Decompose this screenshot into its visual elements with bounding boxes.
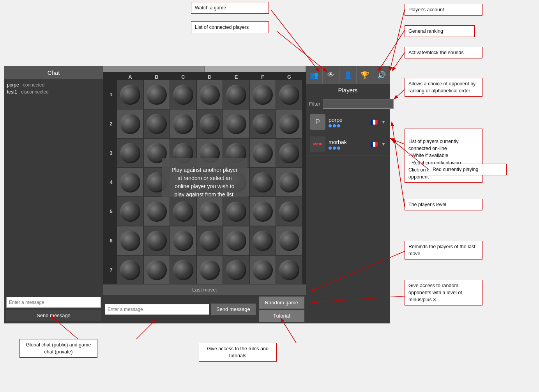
cell-5b[interactable] [143,197,170,226]
cell-3a[interactable] [117,138,143,168]
cell-7g[interactable] [276,255,302,284]
cell-6c[interactable] [170,226,196,255]
cell-1b[interactable] [143,80,170,109]
cell-1g[interactable] [276,80,302,109]
filter-bar: Filter [306,97,390,111]
cell-4d[interactable] [196,168,223,197]
cell-2e[interactable] [223,109,249,138]
cell-2f[interactable] [249,109,276,138]
col-e: E [223,74,249,80]
cell-7c[interactable] [170,255,196,284]
col-g: G [276,74,302,80]
player-list: P porpe 🇫🇷 ▼ [306,111,390,323]
cell-5f[interactable] [249,197,276,226]
player-dot [329,124,332,127]
cell-3e[interactable] [223,138,249,168]
player-flag-porpe: 🇫🇷 [370,118,378,126]
sound-icon-btn[interactable]: 🔊 [373,66,390,84]
cell-2a[interactable] [117,109,143,138]
cell-6d[interactable] [196,226,223,255]
annotation-global-chat: Global chat (public) and game chat (priv… [19,339,97,358]
sound-icon: 🔊 [377,71,386,79]
cell-5e[interactable] [223,197,249,226]
col-headers: A B C D E F G [117,74,304,80]
board-grid: A B C D E F G 1 [103,72,306,284]
player-item-morbak[interactable]: MrBk morbak 🇫🇷 ▼ [306,133,390,155]
cell-6g[interactable] [276,226,302,255]
player-dot [329,147,332,150]
board-tab-1[interactable] [103,66,205,72]
cell-7b[interactable] [143,255,170,284]
random-game-button[interactable]: Random game [259,297,304,309]
board-bottom-row: Send message Random game Tutorial [103,295,306,323]
eye-icon-btn[interactable]: 👁 [323,66,339,84]
cell-3g[interactable] [276,138,302,168]
cell-7a[interactable] [117,255,143,284]
chat-messages: porpe : connected test1 : disconnected [4,79,103,295]
annotation-choice-opponent: Allows a choice of opponent by ranking o… [405,78,482,97]
cell-1a[interactable] [117,80,143,109]
board-message-input[interactable] [105,304,209,315]
cell-5d[interactable] [196,197,223,226]
svg-line-3 [390,10,405,71]
cell-3c[interactable] [170,138,196,168]
cell-5c[interactable] [170,197,196,226]
player-flag-morbak: 🇫🇷 [370,141,378,148]
board-tabs [103,66,306,72]
chat-input-area: Send message [4,295,103,323]
cell-1f[interactable] [249,80,276,109]
cell-5a[interactable] [117,197,143,226]
cell-4g[interactable] [276,168,302,197]
players-icon: 👥 [310,71,318,79]
chevron-down-icon: ▼ [381,141,386,147]
cell-3f[interactable] [249,138,276,168]
board-row-1: 1 [105,80,304,109]
cell-4b[interactable] [143,168,170,197]
cell-7d[interactable] [196,255,223,284]
row-5-header: 5 [105,208,117,214]
cell-6a[interactable] [117,226,143,255]
filter-label: Filter [309,101,320,107]
board-row-6: 6 [105,226,304,255]
tutorial-button[interactable]: Tutorial [259,310,304,322]
eye-icon: 👁 [327,71,334,79]
cell-5g[interactable] [276,197,302,226]
person-icon-btn[interactable]: 👤 [339,66,356,84]
cell-3b[interactable] [143,138,170,168]
cell-2b[interactable] [143,109,170,138]
col-c: C [170,74,196,80]
svg-line-7 [390,138,405,144]
icon-bar: 👥 👁 👤 🏆 🔊 [306,66,390,84]
cell-4a[interactable] [117,168,143,197]
annotation-general-ranking: General ranking [405,25,475,37]
trophy-icon-btn[interactable]: 🏆 [357,66,373,84]
cell-6e[interactable] [223,226,249,255]
cell-2c[interactable] [170,109,196,138]
cell-7e[interactable] [223,255,249,284]
chat-send-button[interactable]: Send message [6,310,101,321]
annotation-player-account: Player's account [405,4,482,16]
board-send-button[interactable]: Send message [211,304,256,315]
cell-7f[interactable] [249,255,276,284]
cell-6b[interactable] [143,226,170,255]
players-icon-btn[interactable]: 👥 [306,66,323,84]
board-tab-2[interactable] [205,66,306,72]
chevron-down-icon: ▼ [381,119,386,125]
cell-2d[interactable] [196,109,223,138]
last-move-bar: Last move: [103,284,306,295]
cell-1e[interactable] [223,80,249,109]
cell-4f[interactable] [249,168,276,197]
cell-4c[interactable] [170,168,196,197]
cell-2g[interactable] [276,109,302,138]
board-rows: 1 2 [105,80,304,284]
row-4-header: 4 [105,179,117,185]
chat-input[interactable] [6,297,101,308]
cell-1c[interactable] [170,80,196,109]
cell-3d[interactable] [196,138,223,168]
cell-6f[interactable] [249,226,276,255]
cell-1d[interactable] [196,80,223,109]
player-dots-morbak [329,147,367,150]
filter-input[interactable] [323,99,394,109]
player-item-porpe[interactable]: P porpe 🇫🇷 ▼ [306,111,390,133]
cell-4e[interactable] [223,168,249,197]
